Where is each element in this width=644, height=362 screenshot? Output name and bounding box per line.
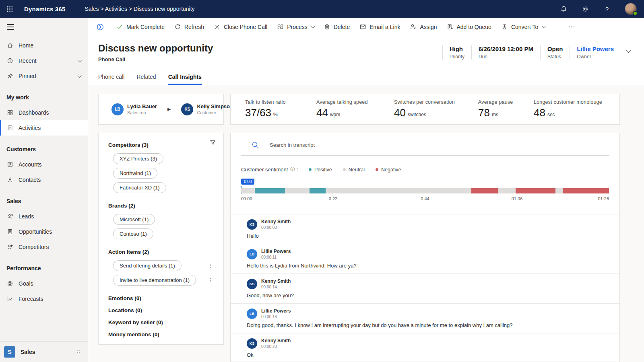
filter-chip-send-offering-details-1[interactable]: Send offering details (1) [113,260,182,271]
add-to-queue-button[interactable]: Add to Queue [442,18,496,36]
filter-section-competitors-3: Competitors (3) XYZ Printers (3) Northwi… [108,142,215,193]
sidebar: Home Recent Pinned My work Dashboards Ac… [0,18,88,362]
convert-to-button[interactable]: Convert To [496,18,549,36]
sidebar-nav: Home Recent Pinned My work Dashboards Ac… [0,36,88,341]
chevron-down-icon [78,74,82,78]
filter-chip-xyz-printers-3[interactable]: XYZ Printers (3) [113,153,163,164]
check-icon [116,23,123,30]
transcript-card: Customer sentiment ⓘ : Positive Neutral … [230,133,620,362]
app-title[interactable]: Dynamics 365 [24,6,65,12]
sidebar-item-pinned[interactable]: Pinned [0,68,88,84]
email-a-link-button[interactable]: Email a Link [355,18,405,36]
sentiment-timeline: 0:00 00:000:220:4401:0601:28 [241,179,609,203]
avatar: LB [111,103,124,115]
filter-chip-contoso-1[interactable]: Contoso (1) [113,228,153,239]
presence-indicator [633,11,638,16]
mark-complete-button[interactable]: Mark Complete [111,18,169,36]
header-field-owner[interactable]: Lillie PowersOwner [570,45,621,60]
legend-negative: Negative [376,167,401,173]
sidebar-item-contacts[interactable]: Contacts [0,172,88,187]
tab-phone-call[interactable]: Phone call [98,74,124,85]
sidebar-item-goals[interactable]: Goals [0,276,88,291]
sidebar-item-dashboards[interactable]: Dashboards [0,105,88,120]
kpi-talk-to-listen-ratio: Talk to listen ratio 37/63% [245,99,316,119]
home-icon [6,42,13,49]
info-icon[interactable]: ⓘ [290,166,295,173]
menu-icon[interactable] [0,18,88,36]
topbar-actions: ? [559,3,637,15]
user-avatar[interactable] [625,3,637,15]
filter-chip-microsoft-1[interactable]: Microsoft (1) [113,214,155,225]
sidebar-item-recent[interactable]: Recent [0,53,88,68]
command-bar: Mark Complete Refresh Close Phone Call P… [88,18,644,36]
kebab-menu-icon[interactable]: ⋮ [206,277,215,283]
search-input[interactable] [270,142,608,148]
gear-icon[interactable] [581,5,589,13]
sentiment-segment-positive [255,188,285,193]
sidebar-item-leads[interactable]: Leads [0,209,88,224]
kebab-menu-icon[interactable]: ⋮ [206,263,215,269]
filter-icon[interactable] [209,139,216,146]
process-icon [277,23,284,30]
filter-chip-row: Contoso (1) [113,228,215,239]
filter-chip-row: Send offering details (1) ⋮ [113,260,215,271]
header-field-status: OpenStatus [540,45,570,60]
participant-customer[interactable]: KS Kelly Simpson Customer [181,103,233,115]
chevron-down-icon[interactable] [311,24,315,28]
sentiment-segment-negative [563,188,609,193]
tab-call-insights[interactable]: Call Insights [168,74,202,85]
bell-icon[interactable] [559,5,568,13]
convert-icon [501,23,508,30]
delete-button[interactable]: Delete [319,18,355,36]
close-phone-call-button[interactable]: Close Phone Call [209,18,272,36]
transcript-messages: KS Kenny Smith00:00:03 Hello LB Lillie P… [231,214,619,362]
tab-related[interactable]: Related [136,74,156,85]
timeline-tick: 0:44 [421,196,429,201]
main: Mark Complete Refresh Close Phone Call P… [88,18,644,362]
timeline-tick: 0:22 [329,196,337,201]
redacted-area [346,55,386,66]
header-collapse-chevron[interactable] [626,47,630,54]
more-commands-button[interactable]: … [564,21,580,33]
page-title: Discuss new opportunity [98,42,213,54]
kpi-average-pause: Average pause 78ms [478,99,534,119]
sidebar-item-accounts[interactable]: Accounts [0,157,88,172]
queue-icon [446,23,453,30]
content: LB Lydia Bauer Sales rep ▶ KS Kelly Simp… [88,85,644,362]
sidebar-item-activities[interactable]: Activities [0,120,88,136]
participant-seller[interactable]: LB Lydia Bauer Sales rep [111,103,157,115]
sidebar-item-competitors[interactable]: Competitors [0,239,88,255]
updown-chevron-icon [76,349,81,355]
chevron-down-icon [78,58,82,62]
refresh-button[interactable]: Refresh [169,18,209,36]
timeline-bar[interactable] [241,188,609,193]
filter-chip-fabricator-xd-1[interactable]: Fabricator XD (1) [113,182,166,193]
legend-neutral: Neutral [343,167,365,173]
process-button[interactable]: Process [272,18,319,36]
sidebar-item-opportunities[interactable]: Opportunities [0,224,88,239]
legend-dot [309,168,312,171]
sidebar-item-home[interactable]: Home [0,38,88,53]
sidebar-item-forecasts[interactable]: Forecasts [0,291,88,306]
sentiment-legend: Positive Neutral Negative [309,167,401,173]
competitor-icon [6,244,13,251]
header-field-due: 6/26/2019 12:00 PMDue [471,45,540,60]
assign-button[interactable]: Assign [405,18,442,36]
area-switcher[interactable]: S Sales [0,341,88,362]
breadcrumb[interactable]: Sales > Activities > Discuss new opportu… [85,6,194,12]
sentiment-segment-negative [471,188,498,193]
help-icon[interactable]: ? [603,5,611,13]
divider [241,155,609,156]
playhead-badge[interactable]: 0:00 [241,179,254,185]
avatar: KS [247,338,257,349]
doc-icon [6,228,13,235]
avatar: KS [247,219,257,230]
arrow-right-icon: ▶ [167,107,171,112]
record-type: Phone Call [98,56,213,62]
chevron-down-icon[interactable] [542,24,546,28]
record-set-navigator-icon[interactable] [96,23,104,31]
filter-chip-northwind-1[interactable]: Northwind (1) [113,168,157,179]
kpi-switches-per-conversation: Switches per conversation 40switches [394,99,478,119]
filter-chip-invite-to-live-demonstration-1[interactable]: Invite to live demonstration (1) [113,275,196,286]
waffle-icon[interactable] [6,5,14,13]
